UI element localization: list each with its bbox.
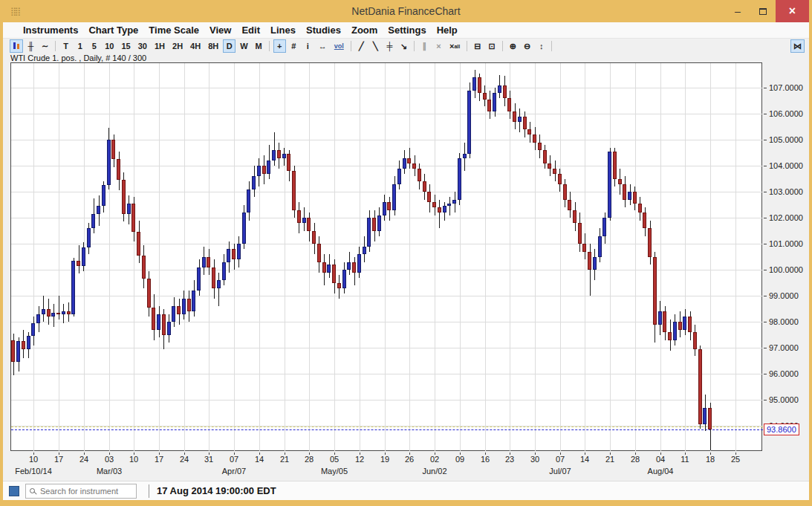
trend-line-button[interactable]: ╱ bbox=[355, 39, 368, 53]
y-axis-label: 95.0000 bbox=[769, 395, 799, 404]
menu-item-help[interactable]: Help bbox=[432, 25, 463, 36]
grid-line-vertical bbox=[409, 63, 410, 452]
candle-down bbox=[111, 140, 115, 159]
delete-all-lines-button[interactable]: ×all bbox=[446, 39, 463, 53]
menu-item-instruments[interactable]: Instruments bbox=[18, 25, 83, 36]
candle-down bbox=[67, 311, 71, 314]
candle-down bbox=[47, 309, 51, 317]
info-icon: i bbox=[307, 42, 309, 51]
zoom-out-button[interactable]: ⊖ bbox=[521, 39, 533, 53]
candle-down bbox=[262, 166, 266, 173]
candle-wick bbox=[449, 197, 450, 215]
menu-item-settings[interactable]: Settings bbox=[383, 25, 431, 36]
candle-down bbox=[287, 154, 290, 171]
menu-item-edit[interactable]: Edit bbox=[236, 25, 265, 36]
line-chart-button[interactable]: ∼ bbox=[39, 39, 51, 53]
timeframe-15min[interactable]: 15 bbox=[118, 39, 133, 53]
y-axis-tick bbox=[764, 348, 767, 348]
x-axis-day-label: 23 bbox=[501, 455, 519, 464]
grid-line-vertical bbox=[560, 63, 561, 452]
candle-down bbox=[387, 202, 391, 210]
minimize-button[interactable]: – bbox=[725, 0, 750, 22]
timeframe-tick[interactable]: T bbox=[59, 39, 72, 53]
grid-line-vertical bbox=[33, 63, 34, 452]
delete-line-button[interactable]: × bbox=[432, 39, 445, 53]
candle-up bbox=[327, 265, 331, 272]
close-button[interactable]: × bbox=[776, 0, 809, 22]
y-axis-label: 102.0000 bbox=[769, 213, 803, 222]
candle-wick bbox=[218, 273, 219, 306]
info-button[interactable]: i bbox=[302, 39, 314, 53]
candle-up bbox=[36, 314, 40, 323]
candle-down bbox=[317, 244, 321, 262]
delete-x-icon: × bbox=[436, 42, 441, 51]
crosshair-icon: + bbox=[277, 42, 282, 51]
timeframe-daily[interactable]: D bbox=[223, 39, 236, 53]
candle-down bbox=[177, 306, 181, 314]
ohlc-bar-chart-button[interactable]: ╫ bbox=[25, 39, 37, 53]
grid-line-horizontal bbox=[11, 348, 763, 348]
timeframe-4h[interactable]: 4H bbox=[187, 39, 204, 53]
candle-down bbox=[432, 202, 436, 207]
menu-item-studies[interactable]: Studies bbox=[301, 25, 346, 36]
timeframe-5min[interactable]: 5 bbox=[88, 39, 100, 53]
menu-item-zoom[interactable]: Zoom bbox=[346, 25, 383, 36]
timeframe-1h[interactable]: 1H bbox=[152, 39, 168, 53]
menu-item-time-scale[interactable]: Time Scale bbox=[143, 25, 204, 36]
fit-vertical-button[interactable]: ↕ bbox=[535, 39, 548, 53]
print-preview-button[interactable]: ⊡ bbox=[485, 39, 498, 53]
x-axis-day-label: 05 bbox=[325, 455, 343, 464]
grid-toggle-button[interactable]: # bbox=[288, 39, 300, 53]
candle-up bbox=[598, 236, 602, 257]
menu-item-lines[interactable]: Lines bbox=[265, 25, 301, 36]
candle-up bbox=[252, 176, 256, 189]
candle-down bbox=[11, 340, 15, 363]
candle-up bbox=[62, 311, 65, 314]
candle-down bbox=[618, 179, 622, 184]
grid-line-vertical bbox=[134, 63, 134, 452]
x-axis-day-label: 30 bbox=[526, 455, 544, 464]
candle-down bbox=[478, 77, 481, 93]
x-axis-month-label: Jun/02 bbox=[409, 467, 460, 476]
arrow-tool-button[interactable]: ↘ bbox=[397, 39, 410, 53]
candle-down bbox=[352, 262, 356, 273]
move-lines-button[interactable]: ∥ bbox=[418, 39, 431, 53]
window-controls: – × bbox=[725, 0, 809, 22]
candle-down bbox=[693, 332, 697, 349]
maximize-button[interactable] bbox=[750, 0, 776, 22]
zoom-in-button[interactable]: ⊕ bbox=[507, 39, 519, 53]
candle-down bbox=[698, 349, 702, 424]
crosshair-button[interactable]: + bbox=[273, 39, 286, 53]
candle-up bbox=[452, 200, 456, 204]
timeframe-10min[interactable]: 10 bbox=[102, 39, 117, 53]
pin-button[interactable]: ⋈ bbox=[790, 39, 805, 53]
menu-item-view[interactable]: View bbox=[204, 25, 236, 36]
y-axis-label: 106.0000 bbox=[769, 109, 803, 118]
instrument-color-swatch bbox=[9, 486, 19, 496]
printer-icon: ⊟ bbox=[474, 42, 481, 51]
y-axis-label: 105.0000 bbox=[769, 135, 803, 144]
y-axis-label: 99.0000 bbox=[769, 291, 799, 300]
scroll-horizontal-button[interactable]: ↔ bbox=[316, 39, 330, 53]
menu-item-chart-type[interactable]: Chart Type bbox=[83, 25, 143, 36]
search-input[interactable] bbox=[39, 486, 132, 496]
candlestick-chart-button[interactable] bbox=[10, 39, 23, 53]
candle-down bbox=[503, 85, 507, 98]
channel-button[interactable]: ╪ bbox=[383, 39, 396, 53]
timeframe-weekly[interactable]: W bbox=[237, 39, 250, 53]
candle-wick bbox=[59, 296, 59, 319]
print-button[interactable]: ⊟ bbox=[471, 39, 484, 53]
search-box[interactable] bbox=[25, 484, 137, 499]
volume-button[interactable]: vol bbox=[331, 39, 347, 53]
timeframe-30min[interactable]: 30 bbox=[135, 39, 150, 53]
trend-ray-button[interactable]: ╲ bbox=[369, 39, 382, 53]
timeframe-monthly[interactable]: M bbox=[253, 39, 265, 53]
candle-up bbox=[518, 117, 522, 122]
y-axis-tick bbox=[764, 296, 767, 296]
candle-down bbox=[568, 200, 571, 210]
zoom-out-icon: ⊖ bbox=[524, 42, 530, 51]
timeframe-2h[interactable]: 2H bbox=[169, 39, 186, 53]
timeframe-8h[interactable]: 8H bbox=[205, 39, 221, 53]
timeframe-1min[interactable]: 1 bbox=[74, 39, 86, 53]
grid-line-horizontal bbox=[11, 296, 763, 296]
